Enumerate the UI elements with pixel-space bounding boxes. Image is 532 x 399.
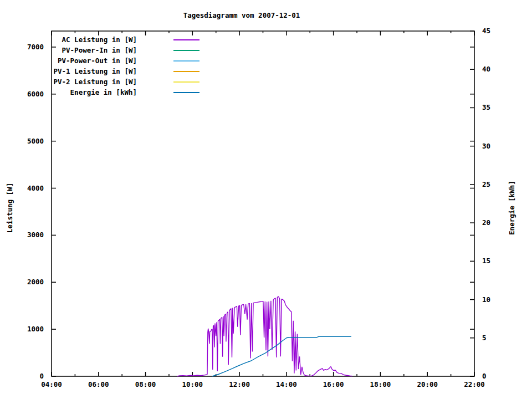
x-tick-label: 18:00 <box>370 380 391 388</box>
y2-tick-label: 15 <box>482 257 490 265</box>
y-tick-label: 0 <box>39 372 44 380</box>
legend-entry-label: PV-Power-In in [W] <box>62 46 137 54</box>
x-tick-label: 10:00 <box>182 380 203 388</box>
y-tick-label: 7000 <box>27 43 44 51</box>
y-tick-label: 4000 <box>27 184 44 192</box>
y-tick-label: 3000 <box>27 231 44 239</box>
series-energie-in-kwh- <box>212 336 351 376</box>
y-tick-label: 2000 <box>27 278 44 286</box>
chart-plot-area: 04:0006:0008:0010:0012:0014:0016:0018:00… <box>0 0 532 399</box>
x-tick-label: 16:00 <box>323 380 344 388</box>
y2-tick-label: 45 <box>482 27 490 35</box>
y-tick-label: 5000 <box>27 137 44 145</box>
x-tick-label: 20:00 <box>417 380 438 388</box>
y2-tick-label: 5 <box>482 334 487 342</box>
y2-tick-label: 20 <box>482 218 490 227</box>
x-tick-label: 06:00 <box>88 380 109 388</box>
gnuplot-canvas: Tagesdiagramm vom 2007-12-01 Leistung [W… <box>0 0 532 399</box>
x-tick-label: 08:00 <box>135 380 156 388</box>
x-tick-label: 12:00 <box>229 380 250 388</box>
legend-entry-label: Energie in [kWh] <box>70 88 137 96</box>
y2-tick-label: 10 <box>482 295 490 304</box>
legend-entry-label: PV-1 Leistung in [W] <box>53 67 137 75</box>
legend-entry-label: AC Leistung in [W] <box>62 35 137 44</box>
y2-tick-label: 35 <box>482 103 490 111</box>
y-tick-label: 1000 <box>27 325 44 333</box>
y2-tick-label: 40 <box>482 65 490 73</box>
x-tick-label: 04:00 <box>41 380 62 388</box>
x-tick-label: 14:00 <box>276 380 297 388</box>
legend-entry-label: PV-Power-Out in [W] <box>58 57 137 65</box>
y2-tick-label: 0 <box>482 372 487 380</box>
y2-tick-label: 30 <box>482 142 490 150</box>
x-tick-label: 22:00 <box>464 380 485 388</box>
y2-tick-label: 25 <box>482 180 490 188</box>
legend-entry-label: PV-2 Leistung in [W] <box>53 78 137 86</box>
y-tick-label: 6000 <box>27 90 44 98</box>
